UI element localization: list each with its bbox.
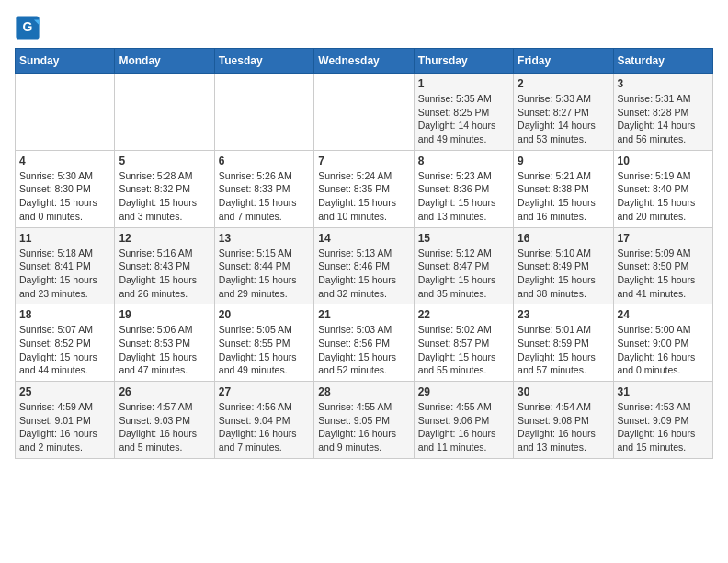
day-number: 19 [119,308,210,321]
day-cell [16,74,115,151]
week-row-3: 11Sunrise: 5:18 AM Sunset: 8:41 PM Dayli… [16,227,713,304]
day-number: 25 [19,385,110,398]
day-number: 10 [618,155,709,167]
weekday-wednesday: Wednesday [314,49,414,74]
day-info: Sunrise: 5:19 AM Sunset: 8:40 PM Dayligh… [618,169,709,224]
day-info: Sunrise: 5:21 AM Sunset: 8:38 PM Dayligh… [518,169,609,224]
day-info: Sunrise: 5:24 AM Sunset: 8:35 PM Dayligh… [318,169,409,224]
day-info: Sunrise: 4:55 AM Sunset: 9:05 PM Dayligh… [318,400,409,454]
day-number: 3 [618,77,709,90]
day-number: 12 [119,232,210,245]
day-cell: 6Sunrise: 5:26 AM Sunset: 8:33 PM Daylig… [214,150,313,227]
day-info: Sunrise: 5:13 AM Sunset: 8:46 PM Dayligh… [318,247,409,301]
day-cell: 22Sunrise: 5:02 AM Sunset: 8:57 PM Dayli… [414,304,513,382]
day-cell: 11Sunrise: 5:18 AM Sunset: 8:41 PM Dayli… [16,227,115,304]
calendar-table: SundayMondayTuesdayWednesdayThursdayFrid… [15,48,713,459]
day-cell: 29Sunrise: 4:55 AM Sunset: 9:06 PM Dayli… [414,382,513,459]
day-number: 7 [318,155,409,167]
day-number: 20 [219,308,310,321]
week-row-1: 1Sunrise: 5:35 AM Sunset: 8:25 PM Daylig… [16,74,713,151]
day-cell: 12Sunrise: 5:16 AM Sunset: 8:43 PM Dayli… [115,227,214,304]
calendar-body: 1Sunrise: 5:35 AM Sunset: 8:25 PM Daylig… [16,74,713,459]
day-cell [314,74,414,151]
day-cell [214,74,313,151]
logo: G [15,15,44,40]
day-number: 28 [318,385,409,398]
day-number: 27 [219,385,310,398]
calendar-header: SundayMondayTuesdayWednesdayThursdayFrid… [16,49,713,74]
weekday-sunday: Sunday [16,49,115,74]
day-number: 4 [19,155,110,167]
weekday-tuesday: Tuesday [214,49,313,74]
day-info: Sunrise: 5:06 AM Sunset: 8:53 PM Dayligh… [119,323,210,377]
day-info: Sunrise: 5:18 AM Sunset: 8:41 PM Dayligh… [19,247,110,301]
day-number: 15 [418,232,509,245]
day-number: 13 [219,232,310,245]
week-row-5: 25Sunrise: 4:59 AM Sunset: 9:01 PM Dayli… [16,382,713,459]
day-info: Sunrise: 4:54 AM Sunset: 9:08 PM Dayligh… [518,400,609,454]
day-cell: 2Sunrise: 5:33 AM Sunset: 8:27 PM Daylig… [514,74,613,151]
day-cell: 13Sunrise: 5:15 AM Sunset: 8:44 PM Dayli… [214,227,313,304]
day-cell: 1Sunrise: 5:35 AM Sunset: 8:25 PM Daylig… [414,74,513,151]
day-info: Sunrise: 4:53 AM Sunset: 9:09 PM Dayligh… [618,400,709,454]
weekday-friday: Friday [514,49,613,74]
day-cell [115,74,214,151]
day-info: Sunrise: 5:07 AM Sunset: 8:52 PM Dayligh… [19,323,110,377]
week-row-2: 4Sunrise: 5:30 AM Sunset: 8:30 PM Daylig… [16,150,713,227]
day-number: 1 [418,77,509,90]
day-number: 30 [518,385,609,398]
day-info: Sunrise: 5:16 AM Sunset: 8:43 PM Dayligh… [119,247,210,301]
day-number: 21 [318,308,409,321]
weekday-monday: Monday [115,49,214,74]
day-info: Sunrise: 5:30 AM Sunset: 8:30 PM Dayligh… [19,169,110,224]
day-cell: 7Sunrise: 5:24 AM Sunset: 8:35 PM Daylig… [314,150,414,227]
day-cell: 25Sunrise: 4:59 AM Sunset: 9:01 PM Dayli… [16,382,115,459]
day-number: 2 [518,77,609,90]
day-info: Sunrise: 5:35 AM Sunset: 8:25 PM Dayligh… [418,92,509,146]
day-number: 9 [518,155,609,167]
day-info: Sunrise: 4:55 AM Sunset: 9:06 PM Dayligh… [418,400,509,454]
logo-icon: G [15,15,40,40]
svg-text:G: G [23,19,33,34]
week-row-4: 18Sunrise: 5:07 AM Sunset: 8:52 PM Dayli… [16,304,713,382]
day-number: 16 [518,232,609,245]
day-cell: 28Sunrise: 4:55 AM Sunset: 9:05 PM Dayli… [314,382,414,459]
day-info: Sunrise: 5:33 AM Sunset: 8:27 PM Dayligh… [518,92,609,146]
day-cell: 14Sunrise: 5:13 AM Sunset: 8:46 PM Dayli… [314,227,414,304]
day-info: Sunrise: 5:03 AM Sunset: 8:56 PM Dayligh… [318,323,409,377]
day-cell: 16Sunrise: 5:10 AM Sunset: 8:49 PM Dayli… [514,227,613,304]
day-cell: 27Sunrise: 4:56 AM Sunset: 9:04 PM Dayli… [214,382,313,459]
day-cell: 3Sunrise: 5:31 AM Sunset: 8:28 PM Daylig… [613,74,712,151]
day-info: Sunrise: 5:23 AM Sunset: 8:36 PM Dayligh… [418,169,509,224]
day-number: 18 [19,308,110,321]
day-cell: 20Sunrise: 5:05 AM Sunset: 8:55 PM Dayli… [214,304,313,382]
day-info: Sunrise: 4:56 AM Sunset: 9:04 PM Dayligh… [219,400,310,454]
day-number: 31 [618,385,709,398]
day-number: 23 [518,308,609,321]
day-cell: 17Sunrise: 5:09 AM Sunset: 8:50 PM Dayli… [613,227,712,304]
day-cell: 15Sunrise: 5:12 AM Sunset: 8:47 PM Dayli… [414,227,513,304]
day-cell: 31Sunrise: 4:53 AM Sunset: 9:09 PM Dayli… [613,382,712,459]
day-number: 22 [418,308,509,321]
day-cell: 19Sunrise: 5:06 AM Sunset: 8:53 PM Dayli… [115,304,214,382]
weekday-saturday: Saturday [613,49,712,74]
day-cell: 8Sunrise: 5:23 AM Sunset: 8:36 PM Daylig… [414,150,513,227]
day-cell: 21Sunrise: 5:03 AM Sunset: 8:56 PM Dayli… [314,304,414,382]
day-info: Sunrise: 4:59 AM Sunset: 9:01 PM Dayligh… [19,400,110,454]
day-info: Sunrise: 5:00 AM Sunset: 9:00 PM Dayligh… [618,323,709,377]
day-info: Sunrise: 5:05 AM Sunset: 8:55 PM Dayligh… [219,323,310,377]
day-info: Sunrise: 5:02 AM Sunset: 8:57 PM Dayligh… [418,323,509,377]
day-number: 14 [318,232,409,245]
day-cell: 10Sunrise: 5:19 AM Sunset: 8:40 PM Dayli… [613,150,712,227]
page-header: G [15,15,713,40]
day-number: 8 [418,155,509,167]
day-number: 24 [618,308,709,321]
weekday-header-row: SundayMondayTuesdayWednesdayThursdayFrid… [16,49,713,74]
day-info: Sunrise: 5:15 AM Sunset: 8:44 PM Dayligh… [219,247,310,301]
day-cell: 24Sunrise: 5:00 AM Sunset: 9:00 PM Dayli… [613,304,712,382]
day-number: 11 [19,232,110,245]
day-number: 26 [119,385,210,398]
day-info: Sunrise: 5:28 AM Sunset: 8:32 PM Dayligh… [119,169,210,224]
day-info: Sunrise: 5:26 AM Sunset: 8:33 PM Dayligh… [219,169,310,224]
day-cell: 18Sunrise: 5:07 AM Sunset: 8:52 PM Dayli… [16,304,115,382]
